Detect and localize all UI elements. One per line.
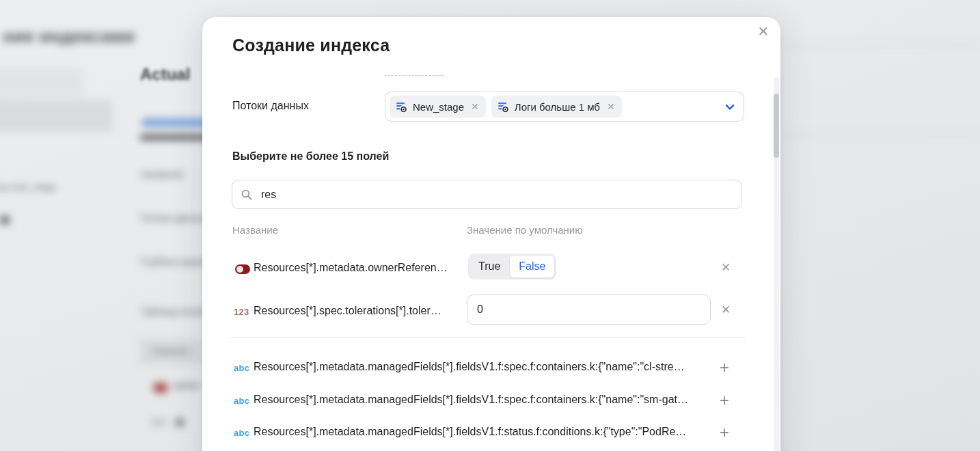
remove-field-button[interactable]: ✕ bbox=[716, 258, 735, 277]
app-window: ние индексами proxy new_stage Название П… bbox=[0, 0, 980, 451]
streams-label: Потоки данных bbox=[232, 100, 309, 112]
remove-icon: ✕ bbox=[721, 304, 731, 316]
search-icon bbox=[241, 189, 253, 201]
stream-chip-label: Логи больше 1 мб bbox=[515, 101, 600, 113]
stream-chip[interactable]: New_stage ✕ bbox=[390, 96, 486, 118]
add-field-button[interactable]: + bbox=[715, 359, 734, 378]
section-divider bbox=[229, 337, 746, 338]
add-field-button[interactable]: + bbox=[715, 392, 734, 411]
scrolled-dashed-underline bbox=[385, 74, 444, 76]
field-search[interactable] bbox=[232, 180, 742, 209]
true-false-segmented-control: True False bbox=[468, 254, 556, 279]
number-type-icon: 123 bbox=[234, 307, 249, 317]
create-index-modal: Создание индекса ✕ Потоки данных New_sta… bbox=[202, 17, 780, 451]
background-heading: Actual bbox=[140, 65, 190, 84]
plus-icon: + bbox=[720, 392, 729, 409]
field-search-input[interactable] bbox=[261, 189, 733, 201]
modal-scrollbar-thumb[interactable] bbox=[774, 94, 779, 158]
modal-title: Создание индекса bbox=[232, 36, 390, 55]
close-icon: ✕ bbox=[758, 25, 770, 38]
default-value-input[interactable] bbox=[467, 295, 711, 325]
chevron-down-icon[interactable] bbox=[724, 102, 735, 113]
string-type-icon: abc bbox=[234, 363, 249, 373]
plus-icon: + bbox=[720, 424, 729, 441]
plus-icon: + bbox=[720, 359, 729, 376]
string-type-icon: abc bbox=[234, 396, 249, 406]
stream-chip[interactable]: Логи больше 1 мб ✕ bbox=[491, 96, 622, 118]
stream-icon bbox=[497, 100, 510, 113]
fields-heading: Выберите не более 15 полей bbox=[232, 150, 389, 163]
available-field-name: Resources[*].metadata.managedFields[*].f… bbox=[254, 361, 685, 373]
column-header-name: Название bbox=[232, 224, 278, 236]
stream-chip-remove-icon[interactable]: ✕ bbox=[471, 101, 479, 112]
stream-chip-remove-icon[interactable]: ✕ bbox=[607, 101, 615, 112]
segment-false[interactable]: False bbox=[509, 255, 555, 278]
available-field-name: Resources[*].metadata.managedFields[*].f… bbox=[254, 394, 688, 406]
boolean-type-icon bbox=[235, 264, 250, 274]
add-field-button[interactable]: + bbox=[715, 424, 734, 443]
selected-field-name: Resources[*].spec.tolerations[*].toler… bbox=[254, 305, 441, 317]
remove-field-button[interactable]: ✕ bbox=[716, 300, 735, 319]
segment-true[interactable]: True bbox=[469, 255, 509, 278]
stream-chip-label: New_stage bbox=[413, 101, 464, 113]
streams-select[interactable]: New_stage ✕ Логи больше 1 мб ✕ bbox=[385, 92, 744, 122]
column-header-default: Значение по умолчанию bbox=[467, 224, 582, 236]
modal-scrollbar-track[interactable] bbox=[774, 77, 779, 451]
stream-icon bbox=[395, 100, 408, 113]
selected-field-name: Resources[*].metadata.ownerReferen… bbox=[254, 262, 448, 274]
string-type-icon: abc bbox=[234, 428, 249, 438]
close-button[interactable]: ✕ bbox=[753, 21, 774, 42]
remove-icon: ✕ bbox=[721, 262, 731, 273]
available-field-name: Resources[*].metadata.managedFields[*].f… bbox=[254, 426, 686, 438]
